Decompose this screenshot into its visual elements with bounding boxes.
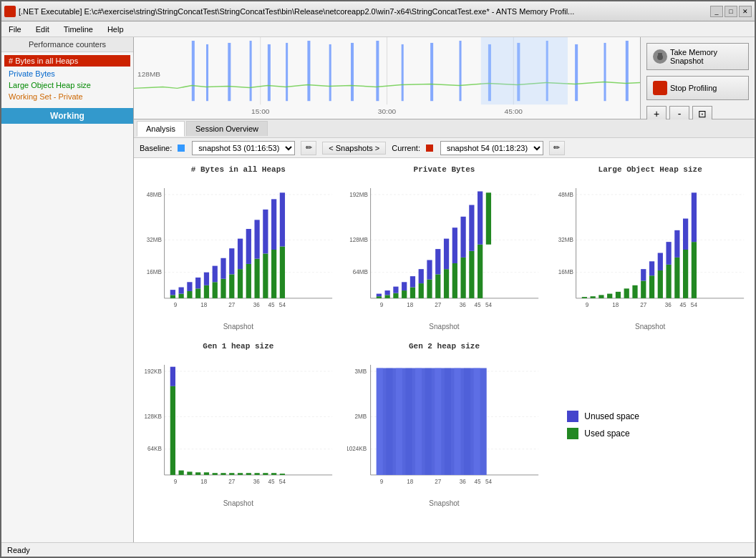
svg-rect-59: [254, 220, 259, 258]
menu-timeline[interactable]: Timeline: [59, 24, 97, 35]
svg-rect-165: [238, 473, 243, 475]
camera-icon: [653, 49, 667, 64]
svg-rect-163: [220, 473, 226, 475]
app-icon: [4, 6, 16, 17]
chart5-title: Gen 2 heap size: [409, 342, 480, 351]
counter-bytes-heaps[interactable]: # Bytes in all Heaps: [4, 55, 130, 67]
counter-working-set[interactable]: Working Set - Private: [4, 91, 130, 102]
take-snapshot-button[interactable]: Take Memory Snapshot: [646, 43, 749, 70]
stop-profiling-button[interactable]: Stop Profiling: [646, 76, 749, 100]
svg-rect-106: [485, 192, 490, 244]
svg-text:128MB: 128MB: [349, 237, 368, 243]
chart-legend: Unused space Used space: [553, 342, 747, 507]
svg-text:18: 18: [407, 302, 414, 308]
svg-rect-162: [213, 473, 218, 475]
svg-rect-122: [591, 296, 596, 298]
svg-rect-167: [254, 473, 259, 475]
svg-text:45: 45: [680, 302, 687, 308]
chart3-xlabel: Snapshot: [635, 323, 665, 331]
counter-large-object[interactable]: Large Object Heap size: [4, 79, 130, 91]
svg-rect-141: [692, 192, 697, 242]
svg-rect-95: [435, 249, 440, 274]
chart-gen2: Gen 2 heap size 3MB 2MB 1024KB: [347, 342, 542, 507]
chart4-xlabel: Snapshot: [223, 499, 253, 507]
svg-rect-58: [254, 259, 259, 298]
svg-rect-44: [195, 288, 200, 298]
svg-rect-98: [452, 263, 457, 298]
baseline-color-indicator: [178, 145, 185, 152]
svg-rect-93: [427, 260, 432, 279]
svg-text:9: 9: [379, 302, 383, 308]
chart-bytes-heaps: # Bytes in all Heaps 48MB 32MB 16MB: [141, 165, 336, 331]
minimize-button[interactable]: _: [710, 6, 723, 17]
stop-icon: [653, 81, 667, 95]
svg-rect-140: [683, 219, 688, 250]
svg-text:32MB: 32MB: [147, 237, 162, 243]
svg-text:27: 27: [228, 302, 236, 308]
svg-point-28: [657, 54, 663, 60]
legend-unused-box: [567, 411, 578, 422]
svg-text:9: 9: [586, 302, 589, 308]
svg-rect-190: [415, 368, 422, 474]
legend-unused-label: Unused space: [584, 411, 639, 421]
menu-file[interactable]: File: [4, 24, 26, 35]
svg-rect-161: [204, 472, 209, 475]
status-text: Ready: [7, 546, 30, 554]
svg-rect-14: [307, 41, 310, 101]
svg-rect-40: [179, 294, 184, 298]
current-edit-button[interactable]: ✏: [549, 141, 565, 155]
svg-rect-47: [204, 273, 209, 285]
svg-rect-104: [478, 245, 483, 298]
svg-text:1024KB: 1024KB: [347, 446, 367, 452]
current-select[interactable]: snapshot 54 (01:18:23): [440, 141, 543, 155]
tab-analysis[interactable]: Analysis: [137, 121, 185, 137]
svg-text:128MB: 128MB: [137, 70, 160, 78]
timeline-graph[interactable]: 15:00 30:00 45:00 128MB: [134, 37, 640, 119]
svg-text:36: 36: [665, 302, 672, 308]
svg-text:54: 54: [279, 479, 286, 485]
svg-rect-128: [641, 280, 646, 298]
svg-rect-84: [393, 293, 398, 298]
svg-rect-130: [658, 270, 663, 298]
close-button[interactable]: ✕: [739, 6, 752, 17]
svg-rect-164: [229, 473, 234, 475]
chart5-xlabel: Snapshot: [429, 499, 459, 507]
svg-rect-103: [469, 205, 474, 251]
counter-private-bytes[interactable]: Private Bytes: [4, 68, 130, 79]
svg-rect-123: [599, 295, 604, 298]
svg-text:9: 9: [174, 302, 178, 308]
svg-rect-88: [410, 288, 415, 298]
svg-rect-50: [220, 279, 226, 298]
svg-text:27: 27: [641, 302, 648, 308]
svg-rect-10: [228, 43, 231, 101]
svg-text:2MB: 2MB: [354, 413, 367, 420]
svg-rect-94: [435, 274, 440, 298]
snapshots-nav[interactable]: < Snapshots >: [322, 142, 386, 155]
restore-button[interactable]: □: [724, 6, 737, 17]
svg-rect-12: [268, 44, 271, 101]
svg-rect-48: [213, 282, 218, 298]
svg-text:64MB: 64MB: [352, 269, 367, 275]
svg-text:54: 54: [279, 302, 286, 308]
svg-rect-17: [376, 41, 379, 101]
tab-session-overview[interactable]: Session Overview: [186, 121, 268, 136]
baseline-select[interactable]: snapshot 53 (01:16:53): [192, 141, 295, 155]
svg-text:192MB: 192MB: [349, 192, 368, 198]
svg-rect-97: [444, 239, 449, 270]
svg-rect-65: [280, 192, 285, 246]
current-label: Current:: [392, 144, 420, 152]
baseline-edit-button[interactable]: ✏: [301, 141, 316, 155]
svg-rect-99: [452, 227, 457, 263]
svg-text:32MB: 32MB: [558, 237, 573, 243]
menu-edit[interactable]: Edit: [32, 24, 54, 35]
svg-rect-55: [238, 239, 243, 270]
svg-text:27: 27: [228, 479, 236, 485]
svg-rect-134: [692, 242, 697, 298]
svg-rect-121: [582, 297, 587, 298]
svg-rect-57: [246, 229, 251, 264]
svg-rect-195: [464, 368, 470, 474]
svg-rect-126: [624, 288, 629, 298]
svg-text:9: 9: [174, 479, 178, 485]
svg-rect-158: [179, 471, 184, 475]
menu-help[interactable]: Help: [103, 24, 128, 35]
